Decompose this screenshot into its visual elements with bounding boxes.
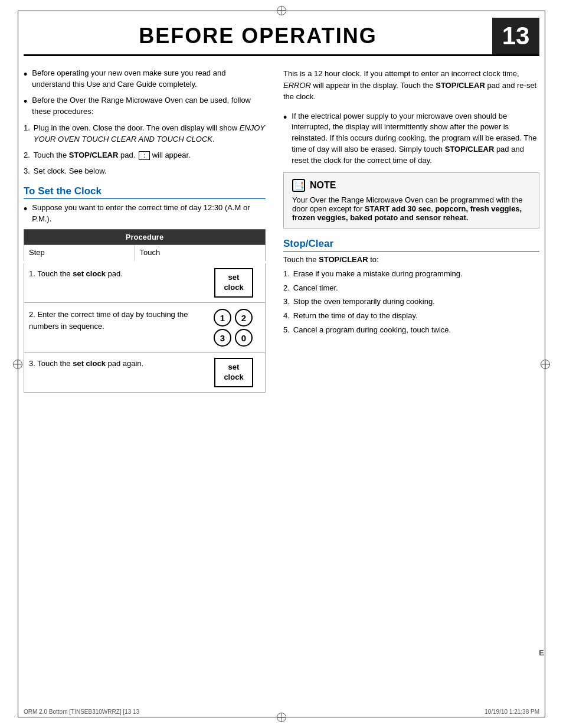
list-item: 5. Cancel a program during cooking, touc… — [283, 325, 539, 336]
procedure-header-label: Procedure — [24, 230, 266, 245]
step-3-touch: setclock — [207, 358, 260, 387]
sc-num-3: 3. — [283, 296, 290, 308]
step-1-text: 1. Touch the set clock pad. — [29, 268, 207, 298]
right-column: This is a 12 hour clock. If you attempt … — [283, 68, 539, 393]
note-box: 📑 NOTE Your Over the Range Microwave Ove… — [283, 172, 539, 228]
sc-num-5: 5. — [283, 325, 290, 336]
stop-clear-list: 1. Erase if you make a mistake during pr… — [283, 269, 539, 336]
reg-mark-right — [541, 360, 550, 369]
bullet-text-1: Before operating your new oven make sure… — [32, 68, 266, 90]
note-header: 📑 NOTE — [292, 179, 531, 192]
page-title: BEFORE OPERATING — [139, 24, 377, 48]
step-3-text: 3. Touch the set clock pad again. — [29, 358, 207, 387]
step-1-touch: setclock — [207, 268, 260, 298]
bullet-dot-right: • — [283, 110, 287, 167]
procedure-header: Procedure — [24, 230, 266, 245]
step-num-3: 3. — [24, 166, 30, 177]
step-text-3: Set clock. See below. — [34, 166, 107, 177]
right-intro-text: This is a 12 hour clock. If you attempt … — [283, 68, 539, 103]
colon-display: : — [139, 151, 150, 160]
note-label: NOTE — [310, 180, 336, 191]
footer-right: 10/19/10 1:21:38 PM — [485, 709, 539, 715]
set-clock-bullet: • Suppose you want to enter the correct … — [24, 203, 266, 225]
footer-left: ORM 2.0 Bottom [TINSEB310WRRZ] [13 13 — [24, 709, 139, 715]
note-text: Your Over the Range Microwave Oven can b… — [292, 195, 531, 222]
set-clock-bullet-text: Suppose you want to enter the correct ti… — [32, 203, 266, 225]
page-border-bottom — [18, 717, 545, 717]
procedure-cols: Step Touch — [24, 245, 266, 261]
page-border-left — [18, 11, 18, 717]
list-item: 1. Erase if you make a mistake during pr… — [283, 269, 539, 280]
stop-clear-subheading: Touch the STOP/CLEAR to: — [283, 255, 539, 264]
step-row-2: 2. Enter the correct time of day by touc… — [24, 303, 266, 353]
bullet-dot: • — [24, 67, 27, 90]
numbered-step-1: 1. Plug in the oven. Close the door. The… — [24, 123, 266, 145]
col-step-label: Step — [24, 245, 135, 261]
stop-clear-heading: Stop/Clear — [283, 238, 539, 252]
procedure-table: Procedure Step Touch — [24, 229, 266, 261]
step-text-1: Plug in the oven. Close the door. The ov… — [34, 123, 266, 145]
right-bullet-power: • If the electrical power supply to your… — [283, 111, 539, 167]
footer: ORM 2.0 Bottom [TINSEB310WRRZ] [13 13 10… — [24, 709, 539, 715]
intro-bullets: • Before operating your new oven make su… — [24, 68, 266, 117]
set-clock-button-2: setclock — [214, 358, 253, 387]
numbered-step-3: 3. Set clock. See below. — [24, 166, 266, 177]
sc-text-4: Return the time of day to the display. — [293, 311, 418, 322]
step-2-touch: 1 2 3 0 — [207, 309, 260, 347]
left-column: • Before operating your new oven make su… — [24, 68, 271, 393]
bullet-dot: • — [24, 94, 27, 117]
sc-text-5: Cancel a program during cooking, touch t… — [293, 325, 451, 336]
e-label: E — [539, 648, 544, 657]
header-title-block: BEFORE OPERATING — [24, 18, 492, 56]
page-number: 13 — [502, 22, 530, 50]
list-item: 4. Return the time of day to the display… — [283, 311, 539, 322]
number-buttons: 1 2 3 0 — [214, 309, 254, 347]
sc-num-1: 1. — [283, 269, 290, 280]
sc-num-4: 4. — [283, 311, 290, 322]
set-clock-heading: To Set the Clock — [24, 185, 266, 199]
step-2-text: 2. Enter the correct time of day by touc… — [29, 309, 207, 347]
num-btn-3: 3 — [214, 329, 231, 347]
note-icon: 📑 — [292, 179, 305, 192]
num-btn-1: 1 — [214, 309, 231, 327]
step-text-2: Touch the STOP/CLEAR pad. : will appear. — [34, 150, 191, 161]
bullet-text-2: Before the Over the Range Microwave Oven… — [32, 95, 266, 117]
page-border-top — [18, 11, 545, 11]
page-border-right — [545, 11, 545, 717]
right-bullet-text: If the electrical power supply to your m… — [292, 111, 539, 167]
header: BEFORE OPERATING 13 — [24, 18, 539, 56]
num-btn-2: 2 — [235, 309, 253, 327]
bullet-item-1: • Before operating your new oven make su… — [24, 68, 266, 90]
sc-text-1: Erase if you make a mistake during progr… — [293, 269, 463, 280]
bullet-item-2: • Before the Over the Range Microwave Ov… — [24, 95, 266, 117]
content-area: • Before operating your new oven make su… — [24, 68, 539, 393]
bullet-dot-clock: • — [24, 201, 27, 225]
sc-text-3: Stop the oven temporarily during cooking… — [293, 296, 435, 308]
step-num-1: 1. — [24, 123, 30, 145]
page-number-block: 13 — [492, 18, 539, 56]
sc-num-2: 2. — [283, 283, 290, 294]
step-num-2: 2. — [24, 150, 30, 161]
step-row-1: 1. Touch the set clock pad. setclock — [24, 263, 266, 303]
col-touch-label: Touch — [135, 245, 266, 261]
step-row-3: 3. Touch the set clock pad again. setclo… — [24, 353, 266, 393]
sc-text-2: Cancel timer. — [293, 283, 338, 294]
set-clock-button-1: setclock — [214, 268, 253, 298]
num-btn-0: 0 — [235, 329, 253, 347]
list-item: 2. Cancel timer. — [283, 283, 539, 294]
numbered-step-2: 2. Touch the STOP/CLEAR pad. : will appe… — [24, 150, 266, 161]
list-item: 3. Stop the oven temporarily during cook… — [283, 296, 539, 308]
